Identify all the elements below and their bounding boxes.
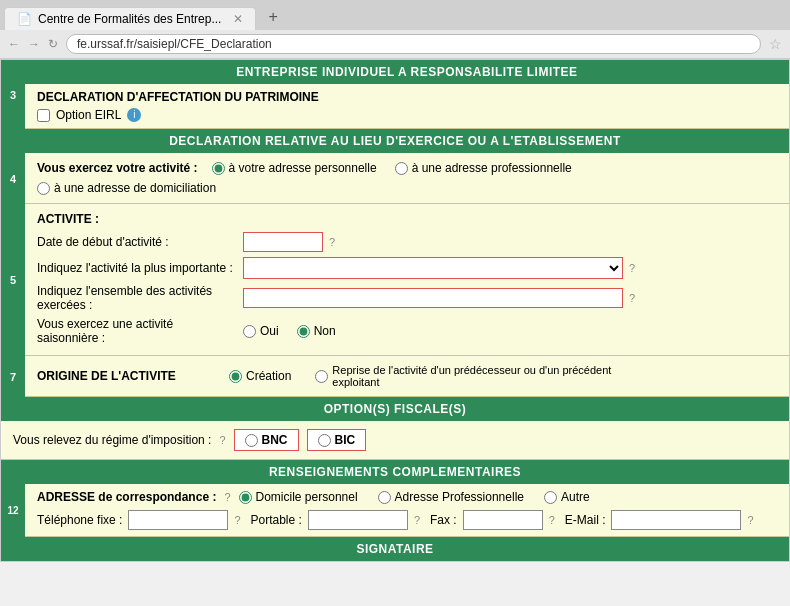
- adresse-option-autre[interactable]: Autre: [544, 490, 590, 504]
- saisonniere-label: Vous exercez une activité saisonnière :: [37, 317, 237, 345]
- section-number-4: 4: [1, 153, 25, 204]
- adresse-label: ADRESSE de correspondance :: [37, 490, 216, 504]
- telephone-label: Téléphone fixe :: [37, 513, 122, 527]
- fiscal-radio-bnc[interactable]: [245, 434, 258, 447]
- origine-radio-creation[interactable]: [229, 370, 242, 383]
- origine-option-reprise[interactable]: Reprise de l'activité d'un prédécesseur …: [315, 364, 655, 388]
- fiscal-option-bnc[interactable]: BNC: [234, 429, 299, 451]
- telephone-question[interactable]: ?: [234, 514, 240, 526]
- activite-ensemble-label: Indiquez l'ensemble des activités exercé…: [37, 284, 237, 312]
- date-question-mark[interactable]: ?: [329, 236, 335, 248]
- eirl-section: 3 ENTREPRISE INDIVIDUEL A RESPONSABILITE…: [1, 60, 789, 129]
- portable-input[interactable]: [308, 510, 408, 530]
- close-icon[interactable]: ✕: [233, 12, 243, 26]
- activite-header: ACTIVITE :: [37, 212, 777, 226]
- fax-input[interactable]: [463, 510, 543, 530]
- regime-label: Vous relevez du régime d'imposition :: [13, 433, 211, 447]
- saisonniere-radio-non[interactable]: [297, 325, 310, 338]
- address-bar[interactable]: fe.urssaf.fr/saisiepl/CFE_Declaration: [66, 34, 761, 54]
- option-eirl-checkbox[interactable]: [37, 109, 50, 122]
- origine-header-label: ORIGINE DE L'ACTIVITE: [37, 369, 217, 383]
- section-number-12: 12: [1, 484, 25, 537]
- lieu-exercice-section: DECLARATION RELATIVE AU LIEU D'EXERCICE …: [1, 129, 789, 204]
- exercice-option-1[interactable]: à votre adresse personnelle: [212, 161, 377, 175]
- signataire-header: SIGNATAIRE: [1, 537, 789, 561]
- date-debut-label: Date de début d'activité :: [37, 235, 237, 249]
- tab-bar: 📄 Centre de Formalités des Entrep... ✕ +: [0, 0, 790, 30]
- eirl-info-icon[interactable]: i: [127, 108, 141, 122]
- fiscal-section: OPTION(S) FISCALE(S) Vous relevez du rég…: [1, 397, 789, 460]
- signataire-section: SIGNATAIRE: [1, 537, 789, 561]
- saisonniere-non[interactable]: Non: [297, 324, 336, 338]
- tab-title: Centre de Formalités des Entrep...: [38, 12, 221, 26]
- adresse-question[interactable]: ?: [224, 491, 230, 503]
- origine-section: 7 ORIGINE DE L'ACTIVITE Création Reprise…: [1, 356, 789, 397]
- regime-question-mark[interactable]: ?: [219, 434, 225, 446]
- new-tab-button[interactable]: +: [258, 4, 287, 30]
- telephone-input[interactable]: [128, 510, 228, 530]
- fiscal-option-bic[interactable]: BIC: [307, 429, 367, 451]
- portable-label: Portable :: [251, 513, 302, 527]
- section-number-5: 5: [1, 204, 25, 356]
- section-number-3: 3: [1, 60, 25, 129]
- portable-question[interactable]: ?: [414, 514, 420, 526]
- activite-ensemble-question[interactable]: ?: [629, 292, 635, 304]
- renseignements-header: RENSEIGNEMENTS COMPLEMENTAIRES: [1, 460, 789, 484]
- eirl-subsection-title: DECLARATION D'AFFECTATION DU PATRIMOINE: [37, 90, 777, 104]
- back-icon[interactable]: ←: [8, 37, 20, 51]
- activite-principale-select[interactable]: [243, 257, 623, 279]
- section-number-7: 7: [1, 356, 25, 397]
- page-content: 3 ENTREPRISE INDIVIDUEL A RESPONSABILITE…: [0, 59, 790, 562]
- activite-ensemble-input[interactable]: [243, 288, 623, 308]
- activite-principale-question[interactable]: ?: [629, 262, 635, 274]
- adresse-option-pro[interactable]: Adresse Professionnelle: [378, 490, 524, 504]
- forward-icon[interactable]: →: [28, 37, 40, 51]
- saisonniere-oui[interactable]: Oui: [243, 324, 279, 338]
- origine-option-creation[interactable]: Création: [229, 369, 291, 383]
- exercice-option-3[interactable]: à une adresse de domiciliation: [37, 181, 216, 195]
- adresse-radio-pro[interactable]: [378, 491, 391, 504]
- date-debut-input[interactable]: [243, 232, 323, 252]
- exercice-question-label: Vous exercez votre activité :: [37, 161, 198, 175]
- fiscal-header: OPTION(S) FISCALE(S): [1, 397, 789, 421]
- email-label: E-Mail :: [565, 513, 606, 527]
- reload-icon[interactable]: ↻: [48, 37, 58, 51]
- saisonniere-radio-oui[interactable]: [243, 325, 256, 338]
- adresse-option-domicile[interactable]: Domicile personnel: [239, 490, 358, 504]
- origine-radio-reprise[interactable]: [315, 370, 328, 383]
- fiscal-radio-bic[interactable]: [318, 434, 331, 447]
- active-tab[interactable]: 📄 Centre de Formalités des Entrep... ✕: [4, 7, 256, 30]
- lieu-exercice-header: DECLARATION RELATIVE AU LIEU D'EXERCICE …: [1, 129, 789, 153]
- fax-label: Fax :: [430, 513, 457, 527]
- renseignements-section: RENSEIGNEMENTS COMPLEMENTAIRES 12 ADRESS…: [1, 460, 789, 537]
- star-icon[interactable]: ☆: [769, 36, 782, 52]
- email-input[interactable]: [611, 510, 741, 530]
- exercice-radio-1[interactable]: [212, 162, 225, 175]
- adresse-radio-autre[interactable]: [544, 491, 557, 504]
- exercice-radio-2[interactable]: [395, 162, 408, 175]
- browser-bar: ← → ↻ fe.urssaf.fr/saisiepl/CFE_Declarat…: [0, 30, 790, 59]
- fax-question[interactable]: ?: [549, 514, 555, 526]
- email-question[interactable]: ?: [747, 514, 753, 526]
- exercice-radio-3[interactable]: [37, 182, 50, 195]
- activite-principale-label: Indiquez l'activité la plus importante :: [37, 261, 237, 275]
- activite-section: 5 ACTIVITE : Date de début d'activité : …: [1, 204, 789, 356]
- option-eirl-label: Option EIRL: [56, 108, 121, 122]
- eirl-header: ENTREPRISE INDIVIDUEL A RESPONSABILITE L…: [25, 60, 789, 84]
- exercice-option-2[interactable]: à une adresse professionnelle: [395, 161, 572, 175]
- adresse-radio-domicile[interactable]: [239, 491, 252, 504]
- tab-icon: 📄: [17, 12, 32, 26]
